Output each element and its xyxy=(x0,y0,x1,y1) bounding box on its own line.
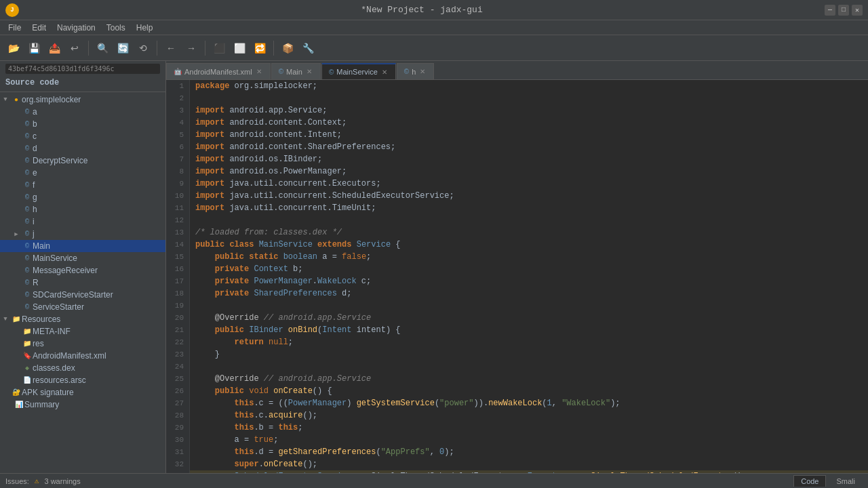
code-line-3: 3 import android.app.Service; xyxy=(166,104,868,117)
tree-item-resources-arsc[interactable]: 📄 resources.arsc xyxy=(0,374,165,386)
toolbar-search-button[interactable]: 🔍 xyxy=(93,39,112,58)
tab-androidmanifest-label: AndroidManifest.xml xyxy=(184,68,252,76)
tree-item-androidmanifest[interactable]: 🔖 AndroidManifest.xml xyxy=(0,350,165,362)
toolbar-settings-button[interactable]: 🔧 xyxy=(298,39,317,58)
tab-mainservice[interactable]: © MainService ✕ xyxy=(321,63,396,79)
toolbar-separator-4 xyxy=(273,41,274,56)
tree-item-c[interactable]: © c xyxy=(0,130,165,142)
toolbar-refresh-button[interactable]: 🔄 xyxy=(113,39,132,58)
tree-item-messagereceiver[interactable]: © MessageReceiver xyxy=(0,264,165,277)
tab-androidmanifest[interactable]: 🤖 AndroidManifest.xml ✕ xyxy=(166,63,271,79)
tab-mainservice-close[interactable]: ✕ xyxy=(380,68,389,76)
tree-item-j[interactable]: ▶ © j xyxy=(0,228,165,240)
toolbar-save-button[interactable]: 💾 xyxy=(24,39,43,58)
close-button[interactable]: ✕ xyxy=(852,5,863,16)
tree-label-servicestarter: ServiceStarter xyxy=(33,302,84,312)
menu-file[interactable]: File xyxy=(3,22,26,34)
tree-toggle-servicestarter xyxy=(11,302,22,312)
tree-item-main[interactable]: © Main xyxy=(0,240,165,252)
tab-h-close[interactable]: ✕ xyxy=(418,68,427,75)
code-line-9: 9 import java.util.concurrent.Executors; xyxy=(166,178,868,190)
tree-toggle-g xyxy=(11,192,22,203)
summary-icon: 📊 xyxy=(14,399,24,410)
toolbar: 📂 💾 📤 ↩ 🔍 🔄 ⟲ ← → ⬛ ⬜ 🔁 📦 🔧 xyxy=(0,35,868,61)
tree-item-decryptservice[interactable]: © DecryptService xyxy=(0,155,165,167)
minimize-button[interactable]: — xyxy=(825,5,835,16)
tree-toggle-meta-inf xyxy=(11,326,22,337)
toolbar-back-button[interactable]: ← xyxy=(161,39,180,58)
bottom-tab-code[interactable]: Code xyxy=(793,475,826,487)
tree-label-androidmanifest: AndroidManifest.xml xyxy=(33,351,106,361)
bottom-tab-smali[interactable]: Smali xyxy=(829,475,863,487)
code-line-21: 21 public IBinder onBind(Intent intent) … xyxy=(166,324,868,336)
package-icon: ● xyxy=(11,94,22,105)
tree-label-b: b xyxy=(33,119,37,129)
menu-help[interactable]: Help xyxy=(131,22,159,34)
code-line-13: 13 /* loaded from: classes.dex */ xyxy=(166,226,868,239)
class-icon-a: © xyxy=(22,106,33,117)
code-line-22: 22 return null; xyxy=(166,336,868,348)
tree-item-e[interactable]: © e xyxy=(0,167,165,179)
tree-item-meta-inf[interactable]: 📁 META-INF xyxy=(0,325,165,338)
sidebar-hash: 43bef74c5d86103d1fd6f3496c xyxy=(5,64,160,74)
toolbar-separator-3 xyxy=(205,41,205,56)
tree-item-servicestarter[interactable]: © ServiceStarter xyxy=(0,301,165,313)
toolbar-sync-button[interactable]: 🔁 xyxy=(250,39,269,58)
tree-toggle-j[interactable]: ▶ xyxy=(11,228,22,239)
toolbar-preferences-button[interactable]: ↩ xyxy=(65,39,84,58)
toolbar-package-button[interactable]: 📦 xyxy=(278,39,297,58)
code-line-11: 11 import java.util.concurrent.TimeUnit; xyxy=(166,202,868,214)
tree-item-d[interactable]: © d xyxy=(0,142,165,155)
toolbar-decompile-button[interactable]: ⟲ xyxy=(134,39,153,58)
tree-toggle-a xyxy=(11,106,22,117)
tree-label-resources-arsc: resources.arsc xyxy=(33,375,86,385)
code-content[interactable]: 1 package org.simplelocker; 2 3 import a… xyxy=(166,80,868,473)
tree-toggle-messagereceiver xyxy=(11,265,22,276)
menu-tools[interactable]: Tools xyxy=(101,22,131,34)
code-line-5: 5 import android.content.Intent; xyxy=(166,129,868,141)
tree-toggle-resources[interactable]: ▼ xyxy=(0,314,11,325)
code-line-15: 15 public static boolean a = false; xyxy=(166,251,868,263)
toolbar-export-button[interactable]: 📤 xyxy=(45,39,64,58)
xml-icon-androidmanifest: 🔖 xyxy=(22,350,33,361)
tab-androidmanifest-close[interactable]: ✕ xyxy=(255,68,263,75)
tree-item-apk-signature[interactable]: 🔐 APK signature xyxy=(0,386,165,399)
tree-item-a[interactable]: © a xyxy=(0,106,165,118)
tree-toggle-r xyxy=(11,277,22,288)
tree-item-res[interactable]: 📁 res xyxy=(0,338,165,350)
tree-label-messagereceiver: MessageReceiver xyxy=(33,266,98,275)
menu-edit[interactable]: Edit xyxy=(26,22,52,34)
folder-icon-meta-inf: 📁 xyxy=(22,326,33,337)
tab-main-close[interactable]: ✕ xyxy=(305,68,313,75)
toolbar-open-button[interactable]: 📂 xyxy=(4,39,23,58)
toolbar-forward-button[interactable]: → xyxy=(182,39,201,58)
toolbar-separator-1 xyxy=(88,41,89,56)
maximize-button[interactable]: □ xyxy=(838,5,849,16)
tree-item-simplelocker-package[interactable]: ▼ ● org.simplelocker xyxy=(0,94,165,106)
tree-item-summary[interactable]: 📊 Summary xyxy=(0,399,165,411)
tab-h[interactable]: © h ✕ xyxy=(397,63,435,79)
tree-item-mainservice[interactable]: © MainService xyxy=(0,252,165,264)
tree-item-g[interactable]: © g xyxy=(0,191,165,203)
folder-icon-res: 📁 xyxy=(22,338,33,349)
tree-item-i[interactable]: © i xyxy=(0,216,165,228)
sidebar-tree[interactable]: ▼ ● org.simplelocker © a © b © c xyxy=(0,92,165,473)
toolbar-collapse-button[interactable]: ⬛ xyxy=(210,39,229,58)
tree-item-r[interactable]: © R xyxy=(0,277,165,289)
tree-item-resources[interactable]: ▼ 📁 Resources xyxy=(0,313,165,325)
tab-main[interactable]: © Main ✕ xyxy=(271,63,321,79)
tree-toggle-simplelocker[interactable]: ▼ xyxy=(0,94,11,105)
code-line-26: 26 public void onCreate() { xyxy=(166,385,868,397)
code-editor: 🤖 AndroidManifest.xml ✕ © Main ✕ © MainS… xyxy=(166,61,868,473)
code-line-25: 25 @Override // android.app.Service xyxy=(166,373,868,385)
toolbar-expand-button[interactable]: ⬜ xyxy=(230,39,249,58)
menu-navigation[interactable]: Navigation xyxy=(52,22,101,34)
tree-item-sdcardservicestarter[interactable]: © SDCardServiceStarter xyxy=(0,289,165,301)
tree-toggle-b xyxy=(11,119,22,129)
tree-item-classes-dex[interactable]: ◆ classes.dex xyxy=(0,362,165,374)
class-icon-r: © xyxy=(22,277,33,288)
tree-item-f[interactable]: © f xyxy=(0,179,165,191)
tree-label-d: d xyxy=(33,144,37,153)
tree-item-b[interactable]: © b xyxy=(0,118,165,130)
tree-item-h[interactable]: © h xyxy=(0,203,165,216)
